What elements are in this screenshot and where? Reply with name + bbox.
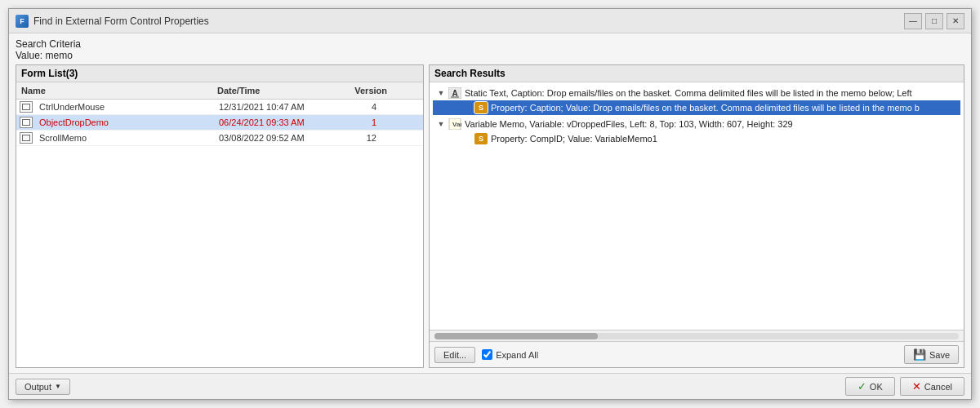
window-footer: Output ▼ ✓ OK ✕ Cancel [9, 373, 971, 399]
col-header-version: Version [343, 84, 392, 97]
ok-check-icon: ✓ [858, 380, 866, 392]
window-title: Find in External Form Control Properties [33, 16, 209, 27]
window-icon: F [16, 15, 29, 28]
svg-text:A: A [452, 89, 457, 98]
save-button[interactable]: 💾 Save [904, 345, 959, 364]
cancel-button[interactable]: ✕ Cancel [900, 377, 964, 396]
property-icon: S [474, 132, 488, 145]
tree-toggle-icon[interactable]: ▼ [434, 89, 448, 97]
main-content: Form List(3) Name Date/Time Version Ctrl… [16, 64, 964, 368]
titlebar-controls: — □ ✕ [904, 13, 964, 29]
row-datetime: 06/24/2021 09:33 AM [216, 117, 342, 128]
list-item[interactable]: ObjectDropDemo 06/24/2021 09:33 AM 1 [16, 115, 423, 131]
ok-label: OK [870, 382, 883, 392]
scrollbar-track[interactable] [434, 333, 959, 339]
tree-body: ▼ A Static Text, Caption: Drop emails/fi… [430, 82, 964, 330]
row-form-icon [20, 117, 33, 128]
output-button[interactable]: Output ▼ [16, 379, 70, 395]
scrollbar-thumb[interactable] [434, 333, 598, 339]
list-item[interactable]: ScrollMemo 03/08/2022 09:52 AM 12 [16, 131, 423, 146]
property-icon: S [474, 101, 488, 114]
col-header-datetime: Date/Time [212, 84, 343, 97]
tree-node: ▼ A Static Text, Caption: Drop emails/fi… [433, 86, 960, 115]
window-body: Search Criteria Value: memo Form List(3)… [9, 33, 971, 373]
search-info: Search Criteria Value: memo [16, 38, 964, 61]
save-icon: 💾 [913, 348, 926, 361]
row-datetime: 03/08/2022 09:52 AM [216, 132, 342, 144]
cancel-x-icon: ✕ [912, 380, 921, 392]
output-button-area: Output ▼ [16, 379, 70, 395]
list-item[interactable]: CtrlUnderMouse 12/31/2021 10:47 AM 4 [16, 100, 423, 115]
search-results-header: Search Results [430, 65, 964, 82]
tree-toggle-icon[interactable]: ▼ [434, 120, 448, 128]
maximize-button[interactable]: □ [925, 13, 943, 29]
titlebar: F Find in External Form Control Properti… [9, 9, 971, 33]
output-chevron-icon: ▼ [55, 383, 61, 390]
cancel-label: Cancel [924, 382, 952, 392]
close-button[interactable]: ✕ [947, 13, 964, 29]
tree-child-label: Property: CompID; Value: VariableMemo1 [491, 134, 657, 144]
save-label: Save [929, 350, 950, 360]
tree-label: Variable Memo, Variable: vDroppedFiles, … [465, 119, 793, 129]
row-name: CtrlUnderMouse [36, 101, 216, 113]
search-criteria-label: Search Criteria [16, 38, 964, 50]
expand-all-label: Expand All [496, 350, 538, 360]
scrollbar-area[interactable] [430, 330, 964, 341]
tree-row-child[interactable]: SProperty: CompID; Value: VariableMemo1 [433, 131, 960, 146]
tree-row-parent[interactable]: ▼ Var Variable Memo, Variable: vDroppedF… [433, 117, 960, 131]
footer-right: ✓ OK ✕ Cancel [845, 377, 964, 396]
tree-row-child[interactable]: SProperty: Caption; Value: Drop emails/f… [433, 100, 960, 115]
col-header-name: Name [16, 84, 212, 97]
ok-button[interactable]: ✓ OK [845, 377, 895, 396]
memo-icon: Var [448, 118, 462, 131]
save-button-area: 💾 Save [904, 345, 959, 364]
row-version: 4 [342, 101, 383, 113]
row-form-icon [20, 101, 33, 113]
right-panel: Search Results ▼ A Static Text, Caption:… [429, 64, 964, 368]
expand-all-area: Expand All [482, 349, 538, 360]
minimize-button[interactable]: — [904, 13, 922, 29]
row-name: ScrollMemo [36, 132, 216, 144]
row-version: 12 [342, 132, 383, 144]
list-column-headers: Name Date/Time Version [16, 82, 423, 100]
static-text-icon: A [448, 86, 462, 100]
right-bottom-bar: Edit... Expand All 💾 Save [430, 341, 964, 367]
form-list-header: Form List(3) [16, 65, 423, 82]
form-list-body: CtrlUnderMouse 12/31/2021 10:47 AM 4 Obj… [16, 100, 423, 367]
svg-text:Var: Var [452, 121, 461, 128]
titlebar-left: F Find in External Form Control Properti… [16, 15, 209, 28]
row-version: 1 [342, 117, 383, 128]
output-label: Output [24, 382, 51, 392]
main-window: F Find in External Form Control Properti… [8, 8, 972, 400]
expand-all-checkbox[interactable] [482, 349, 492, 360]
edit-button[interactable]: Edit... [434, 347, 475, 363]
search-value-label: Value: memo [16, 50, 964, 61]
left-panel: Form List(3) Name Date/Time Version Ctrl… [16, 64, 424, 368]
row-datetime: 12/31/2021 10:47 AM [216, 101, 342, 113]
tree-row-parent[interactable]: ▼ A Static Text, Caption: Drop emails/fi… [433, 86, 960, 100]
tree-label: Static Text, Caption: Drop emails/files … [465, 88, 912, 98]
row-name: ObjectDropDemo [36, 117, 216, 128]
tree-child-label: Property: Caption; Value: Drop emails/fi… [491, 103, 920, 113]
row-form-icon [20, 132, 33, 144]
tree-node: ▼ Var Variable Memo, Variable: vDroppedF… [433, 117, 960, 146]
